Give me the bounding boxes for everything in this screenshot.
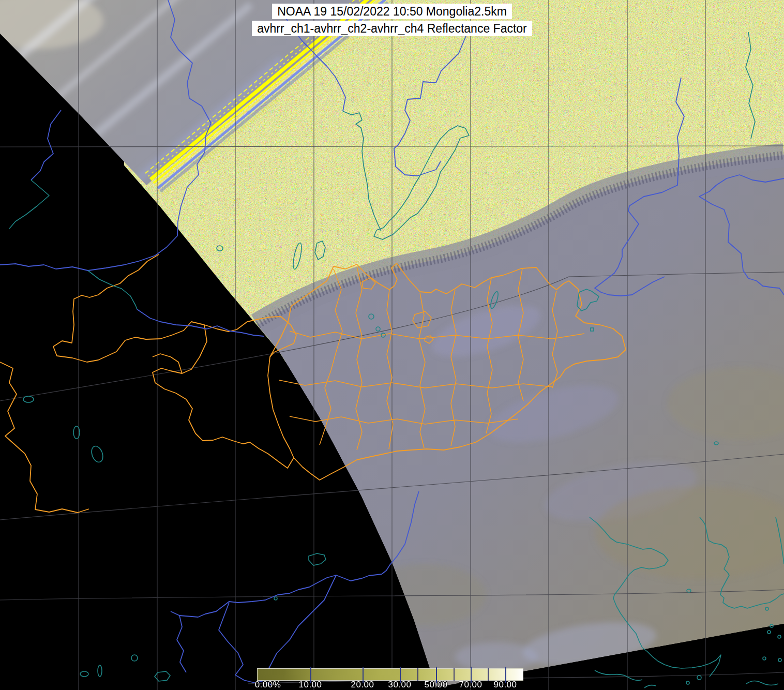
satellite-image-viewport: NOAA 19 15/02/2022 10:50 Mongolia2.5km a…: [0, 0, 784, 690]
colorbar-label: 20.00: [351, 680, 374, 690]
colorbar-label: 90.00: [493, 680, 517, 690]
reflectance-colorbar: 0.00% 10.00 20.00 30.00 50.00 70.00 90.0…: [257, 668, 523, 690]
colorbar-divider: [454, 668, 455, 681]
title-line-2: avhrr_ch1-avhrr_ch2-avhrr_ch4 Reflectanc…: [252, 21, 532, 36]
colorbar-label: 30.00: [388, 680, 411, 690]
colorbar-divider: [488, 668, 489, 681]
colorbar-divider: [417, 668, 418, 681]
colorbar-label: 50.00: [424, 680, 447, 690]
image-title: NOAA 19 15/02/2022 10:50 Mongolia2.5km a…: [0, 4, 784, 38]
colorbar-label: 10.00: [298, 680, 322, 690]
colorbar-label: 0.00%: [255, 680, 281, 690]
colorbar-label: 70.00: [459, 680, 482, 690]
title-line-1: NOAA 19 15/02/2022 10:50 Mongolia2.5km: [272, 4, 512, 19]
colorbar-gradient: [257, 668, 523, 681]
map-canvas: [0, 0, 784, 690]
